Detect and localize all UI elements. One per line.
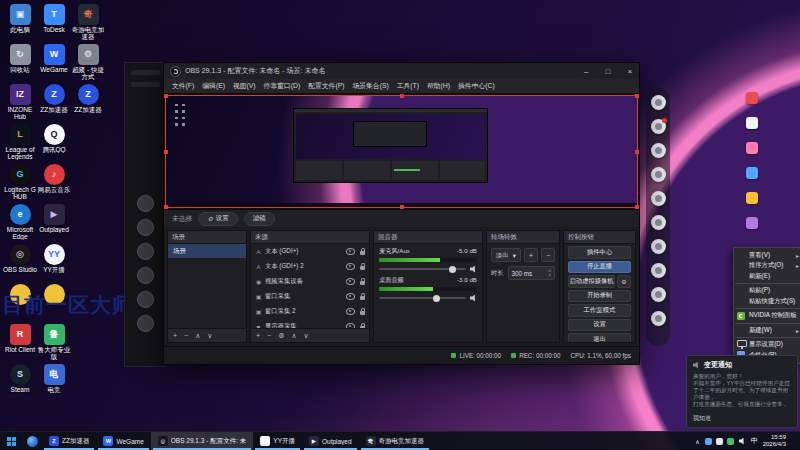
desktop-icon[interactable]: R Riot Client bbox=[3, 324, 37, 364]
context-menu-item[interactable]: 新建(W) ▸ bbox=[734, 325, 800, 336]
right-edge-icon[interactable] bbox=[746, 142, 758, 154]
add-source-icon[interactable]: + bbox=[256, 332, 260, 339]
volume-icon[interactable] bbox=[739, 438, 746, 445]
menu-item[interactable]: 停靠窗口(D) bbox=[260, 81, 305, 91]
right-edge-icon[interactable] bbox=[746, 192, 758, 204]
selection-handle[interactable] bbox=[164, 205, 168, 209]
menu-item[interactable]: 文件(F) bbox=[168, 81, 198, 91]
source-list-item[interactable]: ■ 显示器采集 bbox=[251, 319, 369, 328]
context-menu-item[interactable]: 查看(V) ▸ bbox=[734, 250, 800, 261]
selection-handle[interactable] bbox=[400, 205, 404, 209]
remove-scene-icon[interactable]: − bbox=[184, 332, 188, 339]
tray-app-icon[interactable] bbox=[727, 438, 734, 445]
selection-handle[interactable] bbox=[635, 205, 639, 209]
selection-handle[interactable] bbox=[164, 150, 168, 154]
lock-icon[interactable] bbox=[360, 266, 365, 270]
source-list-item[interactable]: ▣ 窗口采集 bbox=[251, 289, 369, 304]
desktop-icon[interactable]: ▶ Outplayed bbox=[37, 204, 71, 244]
yy-tool-icon[interactable] bbox=[651, 95, 666, 110]
menu-item[interactable]: 配置文件(P) bbox=[304, 81, 348, 91]
yy-tool-icon[interactable] bbox=[651, 143, 666, 158]
context-menu-item[interactable]: NVIDIA 控制面板 bbox=[734, 311, 800, 322]
yy-tool-icon[interactable] bbox=[651, 287, 666, 302]
desktop-icon[interactable]: 鲁 鲁大师专业版 bbox=[37, 324, 71, 364]
source-list-item[interactable]: ◉ 视频采集设备 bbox=[251, 274, 369, 289]
display-capture-canvas[interactable] bbox=[165, 95, 638, 208]
yy-tool-icon[interactable] bbox=[651, 215, 666, 230]
taskbar-app-button[interactable]: W WeGame bbox=[96, 432, 150, 450]
right-edge-icon[interactable] bbox=[746, 167, 758, 179]
context-menu-item[interactable]: 刷新(E) bbox=[734, 271, 800, 282]
volume-slider[interactable] bbox=[379, 268, 466, 270]
lock-icon[interactable] bbox=[360, 251, 365, 255]
scene-list-item[interactable]: 场景 bbox=[168, 244, 246, 258]
input-method-indicator[interactable]: 中 bbox=[751, 436, 758, 446]
yy-tool-icon[interactable] bbox=[651, 239, 666, 254]
desktop-icon[interactable]: ▣ 此电脑 bbox=[3, 4, 37, 44]
desktop-icon[interactable]: ◎ OBS Studio bbox=[3, 244, 37, 284]
volume-slider[interactable] bbox=[379, 297, 466, 299]
desktop-icon[interactable]: T ToDesk bbox=[37, 4, 71, 44]
right-edge-icon[interactable] bbox=[746, 217, 758, 229]
desktop-icon[interactable]: ↻ 回收站 bbox=[3, 44, 37, 84]
lock-icon[interactable] bbox=[360, 281, 365, 285]
start-button[interactable] bbox=[0, 432, 22, 450]
obs-control-button[interactable]: 设置 bbox=[568, 319, 631, 332]
taskbar-app-button[interactable]: 奇 奇游电竞加速器 bbox=[359, 432, 432, 450]
visibility-eye-icon[interactable] bbox=[346, 293, 355, 300]
desktop-icon[interactable]: YY YY开播 bbox=[37, 244, 71, 284]
menu-item[interactable]: 场景集合(S) bbox=[348, 81, 392, 91]
selection-handle[interactable] bbox=[635, 94, 639, 98]
menu-item[interactable]: 工具(T) bbox=[393, 81, 423, 91]
yy-tool-icon[interactable] bbox=[651, 311, 666, 326]
minimize-button[interactable]: – bbox=[577, 63, 595, 79]
desktop-icon[interactable]: S Steam bbox=[3, 364, 37, 404]
visibility-eye-icon[interactable] bbox=[346, 263, 355, 270]
notification-acknowledge-link[interactable]: 我知道 bbox=[693, 414, 711, 423]
source-settings-button[interactable]: ⚙设置 bbox=[198, 212, 237, 226]
obs-titlebar[interactable]: OBS 29.1.3 - 配置文件: 未命名 - 场景: 未命名 – □ × bbox=[164, 63, 639, 79]
yy-tool-icon[interactable] bbox=[651, 263, 666, 278]
obs-control-button[interactable]: 停止直播 bbox=[568, 261, 631, 274]
remove-source-icon[interactable]: − bbox=[267, 332, 271, 339]
desktop-icon[interactable]: ♪ 网易云音乐 bbox=[37, 164, 71, 204]
source-filters-button[interactable]: 滤镜 bbox=[244, 212, 275, 226]
slider-knob[interactable] bbox=[433, 295, 440, 302]
desktop-icon[interactable]: IZ INZONE Hub bbox=[3, 84, 37, 124]
desktop-icon[interactable]: Q 腾讯QQ bbox=[37, 124, 71, 164]
move-source-up-icon[interactable]: ∧ bbox=[291, 332, 296, 339]
notification-speaker-icon[interactable] bbox=[693, 362, 700, 369]
selection-handle[interactable] bbox=[400, 94, 404, 98]
yy-avatar-icon[interactable] bbox=[137, 195, 154, 212]
mute-speaker-icon[interactable] bbox=[470, 266, 477, 273]
taskbar-app-button[interactable]: YY YY开播 bbox=[253, 432, 302, 450]
context-menu-item[interactable]: 粘贴(P) bbox=[734, 286, 800, 297]
obs-control-button[interactable]: 退出 bbox=[568, 333, 631, 342]
visibility-eye-icon[interactable] bbox=[346, 278, 355, 285]
selection-handle[interactable] bbox=[635, 150, 639, 154]
right-edge-icon[interactable] bbox=[746, 92, 758, 104]
clock[interactable]: 15:59 2026/4/3 bbox=[763, 434, 786, 448]
obs-control-button[interactable]: 开始录制 bbox=[568, 290, 631, 303]
yy-tool-icon[interactable] bbox=[651, 191, 666, 206]
source-list-item[interactable]: ▣ 窗口采集 2 bbox=[251, 304, 369, 319]
context-menu-item[interactable]: 显示设置(D) bbox=[734, 340, 800, 351]
yy-avatar-icon[interactable] bbox=[137, 315, 154, 332]
desktop-icon[interactable]: e Microsoft Edge bbox=[3, 204, 37, 244]
spinner-arrows-icon[interactable]: ∧∨ bbox=[548, 269, 551, 277]
add-scene-icon[interactable]: + bbox=[173, 332, 177, 339]
add-transition-button[interactable]: + bbox=[524, 248, 538, 262]
virtual-camera-settings-icon[interactable]: ⚙ bbox=[617, 275, 631, 288]
right-edge-icon[interactable] bbox=[746, 117, 758, 129]
obs-control-button[interactable]: 插件中心 bbox=[568, 246, 631, 259]
context-menu-item[interactable]: 排序方式(O) ▸ bbox=[734, 261, 800, 272]
desktop-icon[interactable]: 奇 奇游电竞加速器 bbox=[71, 4, 105, 44]
desktop-icon[interactable]: G Logitech G HUB bbox=[3, 164, 37, 204]
source-properties-icon[interactable]: ⚙ bbox=[278, 332, 284, 339]
selection-handle[interactable] bbox=[164, 94, 168, 98]
yy-avatar-icon[interactable] bbox=[137, 267, 154, 284]
tray-app-icon[interactable] bbox=[705, 438, 712, 445]
desktop-icon[interactable]: Z ZZ加速器 bbox=[71, 84, 105, 124]
source-list-item[interactable]: A 文本 (GDI+) bbox=[251, 244, 369, 259]
taskbar-round-app-icon[interactable] bbox=[22, 432, 42, 450]
